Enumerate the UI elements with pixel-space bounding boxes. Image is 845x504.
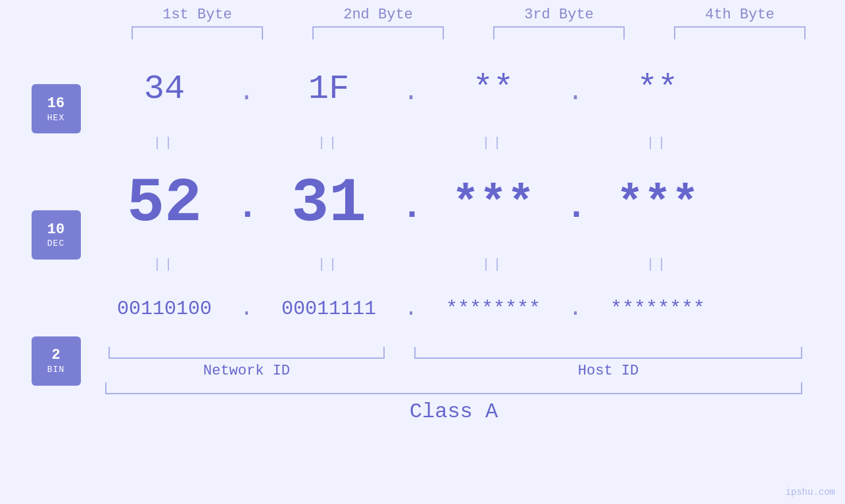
hex-b1-value: 34: [144, 70, 185, 108]
bin-b2-value: 00011111: [281, 298, 376, 320]
byte1-header: 1st Byte: [125, 7, 270, 23]
hex-dot1: .: [237, 78, 256, 107]
bin-dot3: .: [566, 296, 585, 322]
badges-column: 16 HEX 10 DEC 2 BIN: [0, 39, 92, 424]
hex-values-row: 34 . 1F . ** . **: [92, 46, 815, 131]
bin-badge: 2 BIN: [32, 336, 81, 386]
host-bracket: [414, 347, 802, 359]
dec-dot1: .: [237, 187, 256, 228]
bracket-top-1: [132, 26, 263, 39]
dec-b3-value: ***: [452, 178, 535, 230]
hex-b4-value: **: [637, 70, 678, 108]
bin-b3-value: ********: [446, 298, 541, 320]
sep-dec-bin: || || || ||: [92, 253, 815, 276]
hex-badge: 16 HEX: [32, 84, 81, 133]
byte2-header: 2nd Byte: [306, 7, 450, 23]
dec-b1-value: 52: [127, 168, 202, 239]
bin-byte1: 00110100: [92, 298, 237, 320]
bin-badge-num: 2: [51, 347, 60, 364]
class-label: Class A: [410, 400, 498, 424]
class-bracket: [105, 382, 802, 394]
main-layout: 16 HEX 10 DEC 2 BIN 34 . 1F: [0, 39, 845, 424]
hex-dot3: .: [566, 78, 585, 107]
dec-byte4: ***: [585, 178, 730, 230]
main-container: 1st Byte 2nd Byte 3rd Byte 4th Byte 16 H…: [0, 0, 845, 504]
sep7: ||: [421, 257, 566, 272]
dec-byte3: ***: [421, 178, 566, 230]
hex-byte3: **: [421, 70, 566, 108]
hex-byte2: 1F: [256, 70, 401, 108]
sep8: ||: [585, 257, 730, 272]
hex-dot2: .: [401, 78, 421, 107]
bin-dot2: .: [401, 296, 421, 322]
sep3: ||: [421, 135, 566, 150]
bin-b1-value: 00110100: [117, 298, 212, 320]
sep4: ||: [585, 135, 730, 150]
byte4-header: 4th Byte: [667, 7, 812, 23]
bottom-labels-row: Network ID Host ID: [92, 347, 815, 379]
bracket-top-2: [312, 26, 444, 39]
dec-values-row: 52 . 31 . *** . ***: [92, 154, 815, 253]
hex-b3-value: **: [473, 70, 514, 108]
dec-dot3: .: [566, 187, 585, 228]
hex-badge-num: 16: [47, 95, 64, 112]
bin-badge-label: BIN: [47, 365, 64, 375]
hex-badge-label: HEX: [47, 113, 64, 123]
dec-b4-value: ***: [616, 178, 699, 230]
bin-byte3: ********: [421, 298, 566, 320]
byte-headers-row: 1st Byte 2nd Byte 3rd Byte 4th Byte: [107, 7, 831, 23]
dec-badge-num: 10: [47, 221, 64, 239]
dec-badge-label: DEC: [47, 239, 64, 248]
sep6: ||: [256, 257, 401, 272]
class-group: Class A: [92, 382, 815, 424]
network-bracket: [109, 347, 385, 359]
sep-hex-dec: || || || ||: [92, 131, 815, 154]
network-id-label: Network ID: [203, 363, 290, 379]
dec-badge: 10 DEC: [32, 210, 81, 260]
host-id-label: Host ID: [578, 363, 639, 379]
bin-b4-value: ********: [610, 298, 705, 320]
dec-byte2: 31: [256, 168, 401, 239]
network-id-group: Network ID: [92, 347, 401, 379]
watermark: ipshu.com: [785, 487, 835, 497]
bin-byte2: 00011111: [256, 298, 401, 320]
sep2: ||: [256, 135, 401, 150]
dec-byte1: 52: [92, 168, 237, 239]
dec-dot2: .: [401, 187, 421, 228]
bin-dot1: .: [237, 296, 256, 322]
bin-byte4: ********: [585, 298, 730, 320]
dec-b2-value: 31: [291, 168, 366, 239]
bracket-top-4: [674, 26, 806, 39]
sep5: ||: [92, 257, 237, 272]
bracket-top-3: [493, 26, 625, 39]
values-column: 34 . 1F . ** . ** || ||: [92, 39, 845, 424]
bin-values-row: 00110100 . 00011111 . ******** . *******…: [92, 276, 815, 342]
hex-byte4: **: [585, 70, 730, 108]
sep1: ||: [92, 135, 237, 150]
top-brackets-row: [107, 26, 831, 39]
hex-byte1: 34: [92, 70, 237, 108]
hex-b2-value: 1F: [308, 70, 349, 108]
byte3-header: 3rd Byte: [487, 7, 631, 23]
host-id-group: Host ID: [401, 347, 815, 379]
